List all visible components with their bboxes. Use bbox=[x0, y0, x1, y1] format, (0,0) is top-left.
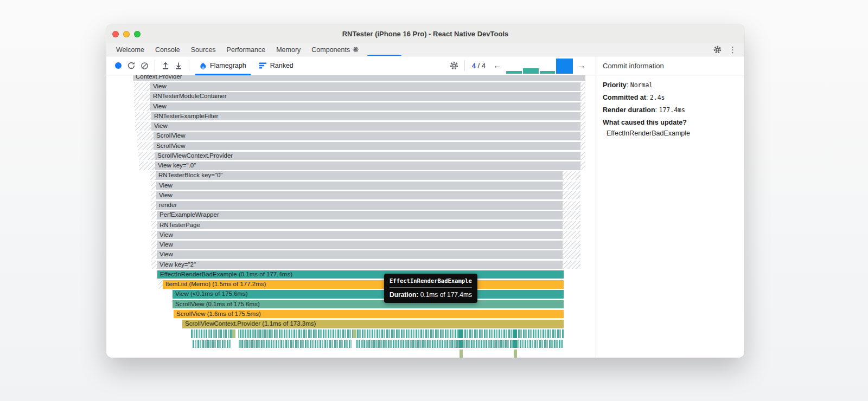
flame-row[interactable]: render bbox=[156, 201, 563, 210]
tab-console[interactable]: Console bbox=[150, 43, 186, 56]
commit-bar-3[interactable] bbox=[540, 71, 555, 74]
flame-row-feature bbox=[235, 329, 238, 338]
flame-row[interactable]: RNTesterPage bbox=[157, 221, 563, 230]
ranked-bars-icon bbox=[259, 62, 267, 69]
flame-row[interactable]: RNTesterBlock key="0" bbox=[156, 171, 563, 180]
flame-row[interactable]: ItemList (Memo) (1.5ms of 177.2ms) bbox=[163, 280, 564, 289]
flame-row[interactable]: ScrollView (1.6ms of 175.5ms) bbox=[174, 310, 564, 319]
flame-row-feature bbox=[513, 329, 517, 338]
flame-row[interactable]: View key="2" bbox=[157, 261, 563, 269]
tab-welcome[interactable]: Welcome bbox=[111, 43, 150, 56]
commit-bar-1[interactable] bbox=[506, 71, 522, 74]
hatch-region bbox=[580, 92, 585, 101]
flame-row[interactable]: RNTesterModuleContainer bbox=[150, 92, 580, 101]
hatch-region bbox=[151, 261, 157, 269]
flame-row[interactable]: PerfExampleWrapper bbox=[157, 211, 563, 219]
tab-ranked[interactable]: Ranked bbox=[253, 56, 300, 75]
hatch-region bbox=[563, 221, 580, 230]
flame-row-label: RNTesterExampleFilter bbox=[154, 113, 218, 119]
upload-icon bbox=[161, 61, 170, 70]
flame-row-label: View bbox=[159, 241, 173, 248]
flame-row-label: PerfExampleWrapper bbox=[159, 211, 219, 218]
save-profile-button[interactable] bbox=[172, 59, 185, 72]
tab-flamegraph[interactable]: Flamegraph bbox=[193, 56, 253, 75]
hatch-region bbox=[134, 102, 150, 111]
flame-row-items[interactable] bbox=[193, 340, 564, 348]
settings-gear-icon[interactable] bbox=[713, 45, 722, 54]
commit-selector[interactable] bbox=[506, 56, 573, 75]
clear-profiling-button[interactable] bbox=[138, 59, 151, 72]
ranked-label: Ranked bbox=[270, 62, 293, 69]
hatch-region bbox=[151, 201, 156, 210]
flame-row[interactable]: ScrollViewContext.Provider bbox=[155, 152, 580, 160]
tab-sources[interactable]: Sources bbox=[186, 43, 221, 56]
update-cause-component[interactable]: EffectInRenderBadExample bbox=[603, 130, 738, 137]
more-menu-icon[interactable]: ⋮ bbox=[729, 46, 737, 54]
flame-bar-small[interactable] bbox=[459, 350, 463, 358]
tab-profiler[interactable] bbox=[364, 43, 405, 56]
hatch-region bbox=[158, 280, 163, 289]
flame-row[interactable]: ScrollViewContext.Provider (1.1ms of 173… bbox=[182, 320, 564, 328]
flame-row[interactable]: View key=".0" bbox=[155, 161, 580, 170]
flame-row-label: ItemList (Memo) (1.5ms of 177.2ms) bbox=[165, 281, 266, 287]
flame-row[interactable]: EffectInRenderBadExample (0.1ms of 177.4… bbox=[157, 270, 564, 279]
download-icon bbox=[174, 61, 183, 70]
flame-bar-small[interactable] bbox=[514, 350, 517, 358]
tab-label: Memory bbox=[276, 46, 301, 54]
flame-row[interactable]: ScrollView bbox=[154, 142, 580, 151]
flame-row[interactable]: View bbox=[150, 102, 580, 111]
hatch-region bbox=[580, 122, 585, 131]
flame-row[interactable]: View bbox=[157, 241, 563, 249]
hatch-region bbox=[563, 261, 580, 269]
tab-performance[interactable]: Performance bbox=[221, 43, 271, 56]
flame-row-items[interactable] bbox=[191, 329, 564, 338]
update-cause-question: What caused this update? bbox=[603, 119, 738, 126]
reload-and-profile-button[interactable] bbox=[125, 59, 138, 72]
hatch-region bbox=[580, 82, 585, 91]
hatch-region bbox=[151, 191, 156, 200]
react-atom-icon bbox=[353, 47, 359, 53]
flame-row-label: View bbox=[154, 122, 168, 129]
flame-row-label: View bbox=[159, 251, 173, 257]
flame-row[interactable]: View bbox=[157, 231, 563, 240]
flame-row-label: View bbox=[159, 231, 173, 238]
hatch-region bbox=[150, 171, 156, 180]
block-icon bbox=[141, 62, 149, 70]
tab-memory[interactable]: Memory bbox=[271, 43, 306, 56]
flame-row-feature bbox=[352, 340, 356, 348]
profiler-settings-button[interactable] bbox=[448, 59, 461, 72]
flame-row[interactable]: ScrollView (0.1ms of 175.6ms) bbox=[173, 300, 564, 309]
flame-row[interactable]: View bbox=[156, 191, 563, 200]
flame-row[interactable]: Context.Provider bbox=[133, 75, 585, 81]
flame-row[interactable]: View bbox=[151, 122, 580, 131]
gear-icon bbox=[449, 61, 459, 70]
hatch-region bbox=[151, 221, 157, 230]
flame-row[interactable]: ScrollView bbox=[154, 132, 580, 140]
hatch-region bbox=[563, 191, 580, 200]
flame-row-label: EffectInRenderBadExample (0.1ms of 177.4… bbox=[160, 271, 292, 277]
commit-info-header: Commit information bbox=[596, 56, 744, 75]
tab-label: Performance bbox=[227, 46, 266, 54]
flame-row[interactable]: View (<0.1ms of 175.6ms) bbox=[173, 290, 564, 299]
commit-bar-2[interactable] bbox=[523, 68, 539, 74]
flame-row[interactable]: View bbox=[150, 82, 580, 91]
hatch-region bbox=[151, 211, 157, 219]
flame-row-feature bbox=[458, 329, 463, 338]
hatch-region bbox=[151, 250, 157, 259]
commit-bar-4-selected[interactable] bbox=[556, 59, 573, 74]
flame-row-feature bbox=[458, 340, 463, 348]
hatch-region bbox=[151, 241, 157, 249]
flame-row[interactable]: View bbox=[156, 182, 563, 190]
next-commit-button[interactable]: → bbox=[573, 61, 590, 70]
flame-row-label: ScrollView bbox=[156, 132, 185, 139]
hatch-region bbox=[134, 92, 150, 101]
flame-row[interactable]: RNTesterExampleFilter bbox=[151, 112, 580, 121]
devtools-window: RNTester (iPhone 16 Pro) - React Native … bbox=[106, 24, 744, 358]
tab-components[interactable]: Components bbox=[306, 43, 364, 56]
prev-commit-button[interactable]: ← bbox=[489, 61, 506, 70]
hatch-region bbox=[563, 201, 580, 210]
flame-row[interactable]: View bbox=[157, 250, 563, 259]
load-profile-button[interactable] bbox=[159, 59, 172, 72]
record-button[interactable] bbox=[112, 59, 125, 72]
hatch-region bbox=[580, 112, 585, 121]
